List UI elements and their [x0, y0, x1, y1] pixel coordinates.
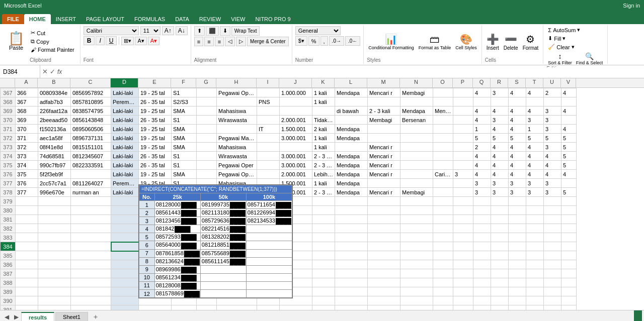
table-cell[interactable] [561, 97, 577, 106]
table-cell[interactable]: 4 [491, 152, 509, 161]
table-cell[interactable] [312, 197, 335, 206]
name-box[interactable]: D384 [0, 65, 40, 78]
table-cell[interactable]: 0895060506 [71, 125, 111, 134]
table-cell[interactable] [433, 143, 453, 152]
table-cell[interactable] [257, 170, 280, 179]
sort-filter-button[interactable]: ↕ Sort & Filter [546, 52, 574, 66]
table-cell[interactable] [71, 296, 111, 305]
table-cell[interactable]: 4 [509, 88, 526, 97]
table-cell[interactable]: 26 - 35 tal [139, 97, 172, 106]
table-cell[interactable]: 366 [16, 88, 38, 97]
table-cell[interactable]: Mencari r [368, 152, 400, 161]
table-cell[interactable] [71, 287, 111, 296]
table-cell[interactable]: 3 [473, 188, 491, 197]
table-cell[interactable] [38, 305, 71, 310]
table-cell[interactable]: Wiraswasta [217, 116, 257, 125]
table-cell[interactable] [400, 233, 433, 242]
table-cell[interactable] [400, 161, 433, 170]
row-num[interactable]: 388 [1, 278, 16, 287]
table-cell[interactable]: Mahasiswa [217, 106, 257, 116]
table-cell[interactable] [368, 296, 400, 305]
table-cell[interactable]: 0811264027 [71, 179, 111, 188]
borders-button[interactable]: ⊞▾ [121, 37, 134, 45]
find-select-button[interactable]: 🔍 Find & Select [575, 52, 605, 66]
table-cell[interactable] [197, 170, 217, 179]
scroll-right-button[interactable]: ▶ [12, 312, 21, 322]
table-cell[interactable] [111, 233, 139, 242]
table-cell[interactable] [400, 287, 433, 296]
table-cell[interactable]: Tidak gar [312, 116, 335, 125]
table-cell[interactable]: 19 - 25 tal [139, 125, 172, 134]
table-cell[interactable]: 368 [16, 106, 38, 116]
insert-button[interactable]: ➕ Insert [485, 32, 501, 52]
col-header-l[interactable]: L [335, 78, 367, 87]
table-cell[interactable]: 4 [561, 106, 577, 116]
table-cell[interactable] [453, 215, 473, 224]
tab-results[interactable]: results [21, 312, 54, 322]
table-cell[interactable]: IT [257, 125, 280, 134]
row-num[interactable]: 369 [1, 106, 16, 116]
table-cell[interactable]: 3 [491, 88, 509, 97]
col-header-a[interactable]: A [15, 78, 38, 87]
table-cell[interactable] [473, 233, 491, 242]
table-cell[interactable]: 3 [526, 179, 544, 188]
table-cell[interactable] [280, 106, 312, 116]
table-cell[interactable]: 3.000.001 [280, 161, 312, 170]
table-cell[interactable] [16, 215, 38, 224]
font-color-button[interactable]: A▾ [148, 37, 159, 45]
table-cell[interactable] [491, 305, 509, 310]
table-cell[interactable] [433, 269, 453, 278]
table-cell[interactable] [400, 242, 433, 251]
table-cell[interactable]: 5 [561, 188, 577, 197]
table-cell[interactable]: 2.000.001 [280, 116, 312, 125]
row-num[interactable]: 386 [1, 260, 16, 269]
table-cell[interactable] [368, 125, 400, 134]
table-cell[interactable] [453, 224, 473, 233]
table-cell[interactable]: 3 [509, 188, 526, 197]
table-cell[interactable] [312, 242, 335, 251]
table-cell[interactable] [453, 278, 473, 287]
table-cell[interactable]: Laki-laki [111, 152, 139, 161]
table-cell[interactable] [111, 242, 139, 251]
table-cell[interactable] [16, 242, 38, 251]
table-cell[interactable] [453, 251, 473, 260]
table-cell[interactable] [526, 97, 544, 106]
confirm-formula-icon[interactable]: ✓ [50, 68, 55, 75]
col-header-b[interactable]: B [38, 78, 70, 87]
table-cell[interactable] [526, 206, 544, 215]
table-cell[interactable] [111, 287, 139, 296]
table-cell[interactable] [526, 278, 544, 287]
table-cell[interactable] [71, 251, 111, 260]
table-cell[interactable] [491, 242, 509, 251]
row-num[interactable]: 379 [1, 197, 16, 206]
table-cell[interactable] [368, 278, 400, 287]
table-cell[interactable]: SMA [172, 170, 197, 179]
table-cell[interactable]: Mencari r [433, 106, 453, 116]
table-cell[interactable]: 0896737131 [71, 134, 111, 143]
table-cell[interactable] [453, 269, 473, 278]
table-cell[interactable]: 4 [509, 106, 526, 116]
table-cell[interactable] [335, 197, 368, 206]
table-cell[interactable]: 3 [544, 143, 561, 152]
table-cell[interactable] [400, 143, 433, 152]
table-cell[interactable]: adfab7b3 [38, 97, 71, 106]
tab-review[interactable]: REVIEW [194, 14, 226, 24]
table-cell[interactable] [312, 296, 335, 305]
table-cell[interactable] [38, 269, 71, 278]
cell-styles-button[interactable]: 🎨 Cell Styles [454, 32, 478, 52]
table-cell[interactable] [561, 269, 577, 278]
table-cell[interactable] [335, 215, 368, 224]
table-cell[interactable]: Membagi [400, 88, 433, 97]
table-cell[interactable] [111, 197, 139, 206]
tab-nitro[interactable]: NITRO PRO 9 [250, 14, 295, 24]
table-cell[interactable] [400, 179, 433, 188]
table-cell[interactable] [509, 224, 526, 233]
table-cell[interactable] [433, 134, 453, 143]
align-center-button[interactable]: ≡ [204, 37, 213, 46]
table-cell[interactable]: 2 - 3 kali [368, 106, 400, 116]
table-cell[interactable] [453, 287, 473, 296]
table-cell[interactable] [473, 269, 491, 278]
table-cell[interactable] [509, 197, 526, 206]
table-cell[interactable]: Membagi [368, 116, 400, 125]
table-cell[interactable]: 5 [526, 134, 544, 143]
